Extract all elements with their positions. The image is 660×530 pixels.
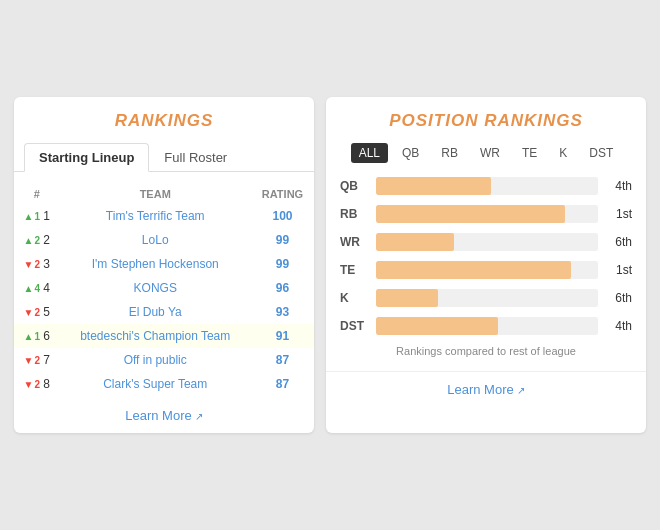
rank-change-cell: ▼2 5 xyxy=(14,300,59,324)
bar-label-k: K xyxy=(340,291,370,305)
pos-filter-btn-dst[interactable]: DST xyxy=(581,143,621,163)
bar-label-wr: WR xyxy=(340,235,370,249)
bar-track-k xyxy=(376,289,598,307)
team-name-cell: btedeschi's Champion Team xyxy=(59,324,251,348)
team-name-cell: Clark's Super Team xyxy=(59,372,251,396)
table-row: ▲1 1 Tim's Terrific Team 100 xyxy=(14,204,314,228)
rank-change-cell: ▼2 8 xyxy=(14,372,59,396)
external-link-icon-right: ↗ xyxy=(517,385,525,396)
learn-more-left[interactable]: Learn More↗ xyxy=(14,408,314,423)
tab-starting-lineup[interactable]: Starting Lineup xyxy=(24,143,149,172)
pos-filter-btn-rb[interactable]: RB xyxy=(433,143,466,163)
pos-filter-btn-te[interactable]: TE xyxy=(514,143,545,163)
team-name-cell: KONGS xyxy=(59,276,251,300)
rank-number: 4 xyxy=(43,281,50,295)
table-row: ▼2 7 Off in public 87 xyxy=(14,348,314,372)
bar-track-wr xyxy=(376,233,598,251)
rank-change-indicator: ▼2 xyxy=(23,355,39,366)
bar-label-dst: DST xyxy=(340,319,370,333)
bar-fill-k xyxy=(376,289,438,307)
bar-fill-dst xyxy=(376,317,498,335)
bar-rank-dst: 4th xyxy=(604,319,632,333)
rank-number: 3 xyxy=(43,257,50,271)
col-rating: RATING xyxy=(251,184,314,204)
rank-number: 2 xyxy=(43,233,50,247)
rank-change-indicator: ▲1 xyxy=(23,211,39,222)
rank-change-cell: ▲1 6 xyxy=(14,324,59,348)
tab-full-roster[interactable]: Full Roster xyxy=(149,143,242,172)
rank-number: 7 xyxy=(43,353,50,367)
bar-row-te: TE 1st xyxy=(340,261,632,279)
bar-rank-te: 1st xyxy=(604,263,632,277)
rating-cell: 96 xyxy=(251,276,314,300)
team-name-cell: El Dub Ya xyxy=(59,300,251,324)
bar-track-te xyxy=(376,261,598,279)
bar-chart: QB 4th RB 1st WR 6th TE 1st K xyxy=(326,177,646,335)
bar-track-qb xyxy=(376,177,598,195)
bar-label-qb: QB xyxy=(340,179,370,193)
rank-change-indicator: ▼2 xyxy=(23,307,39,318)
rank-change-indicator: ▲1 xyxy=(23,331,39,342)
rating-cell: 91 xyxy=(251,324,314,348)
bar-rank-wr: 6th xyxy=(604,235,632,249)
pos-filter-btn-qb[interactable]: QB xyxy=(394,143,427,163)
table-row: ▼2 3 I'm Stephen Hockenson 99 xyxy=(14,252,314,276)
bar-row-k: K 6th xyxy=(340,289,632,307)
rankings-title: RANKINGS xyxy=(14,111,314,131)
rank-number: 6 xyxy=(43,329,50,343)
rank-change-cell: ▼2 3 xyxy=(14,252,59,276)
team-name-cell: Off in public xyxy=(59,348,251,372)
position-rankings-title: POSITION RANKINGS xyxy=(326,111,646,131)
team-name-cell: I'm Stephen Hockenson xyxy=(59,252,251,276)
rating-cell: 100 xyxy=(251,204,314,228)
up-arrow-icon: ▲ xyxy=(23,211,33,222)
table-row: ▼2 5 El Dub Ya 93 xyxy=(14,300,314,324)
rank-change-indicator: ▼2 xyxy=(23,379,39,390)
rank-number: 5 xyxy=(43,305,50,319)
learn-more-right-link[interactable]: Learn More xyxy=(447,382,513,397)
bar-row-qb: QB 4th xyxy=(340,177,632,195)
bar-fill-wr xyxy=(376,233,454,251)
bar-row-dst: DST 4th xyxy=(340,317,632,335)
pos-filter-btn-all[interactable]: ALL xyxy=(351,143,388,163)
rating-cell: 93 xyxy=(251,300,314,324)
rankings-panel: RANKINGS Starting Lineup Full Roster # T… xyxy=(14,97,314,433)
rank-change-indicator: ▲4 xyxy=(23,283,39,294)
table-row: ▲1 6 btedeschi's Champion Team 91 xyxy=(14,324,314,348)
down-arrow-icon: ▼ xyxy=(23,259,33,270)
bar-row-rb: RB 1st xyxy=(340,205,632,223)
bar-track-dst xyxy=(376,317,598,335)
bar-rank-rb: 1st xyxy=(604,207,632,221)
position-filter-bar: ALLQBRBWRTEKDST xyxy=(326,143,646,163)
tab-bar: Starting Lineup Full Roster xyxy=(14,143,314,172)
learn-more-left-link[interactable]: Learn More xyxy=(125,408,191,423)
down-arrow-icon: ▼ xyxy=(23,379,33,390)
bar-label-te: TE xyxy=(340,263,370,277)
main-container: RANKINGS Starting Lineup Full Roster # T… xyxy=(0,83,660,447)
down-arrow-icon: ▼ xyxy=(23,307,33,318)
rank-change-cell: ▲1 1 xyxy=(14,204,59,228)
table-row: ▲2 2 LoLo 99 xyxy=(14,228,314,252)
bar-fill-qb xyxy=(376,177,491,195)
pos-filter-btn-k[interactable]: K xyxy=(551,143,575,163)
rating-cell: 87 xyxy=(251,348,314,372)
rank-number: 8 xyxy=(43,377,50,391)
learn-more-right[interactable]: Learn More↗ xyxy=(326,371,646,397)
bar-label-rb: RB xyxy=(340,207,370,221)
up-arrow-icon: ▲ xyxy=(23,331,33,342)
team-name-cell: LoLo xyxy=(59,228,251,252)
col-hash: # xyxy=(14,184,59,204)
chart-note: Rankings compared to rest of league xyxy=(326,345,646,357)
bar-fill-te xyxy=(376,261,571,279)
rating-cell: 87 xyxy=(251,372,314,396)
rank-change-indicator: ▲2 xyxy=(23,235,39,246)
table-row: ▼2 8 Clark's Super Team 87 xyxy=(14,372,314,396)
rank-number: 1 xyxy=(43,209,50,223)
bar-rank-qb: 4th xyxy=(604,179,632,193)
rank-change-cell: ▲4 4 xyxy=(14,276,59,300)
team-name-cell: Tim's Terrific Team xyxy=(59,204,251,228)
rating-cell: 99 xyxy=(251,252,314,276)
pos-filter-btn-wr[interactable]: WR xyxy=(472,143,508,163)
rank-change-cell: ▲2 2 xyxy=(14,228,59,252)
bar-row-wr: WR 6th xyxy=(340,233,632,251)
